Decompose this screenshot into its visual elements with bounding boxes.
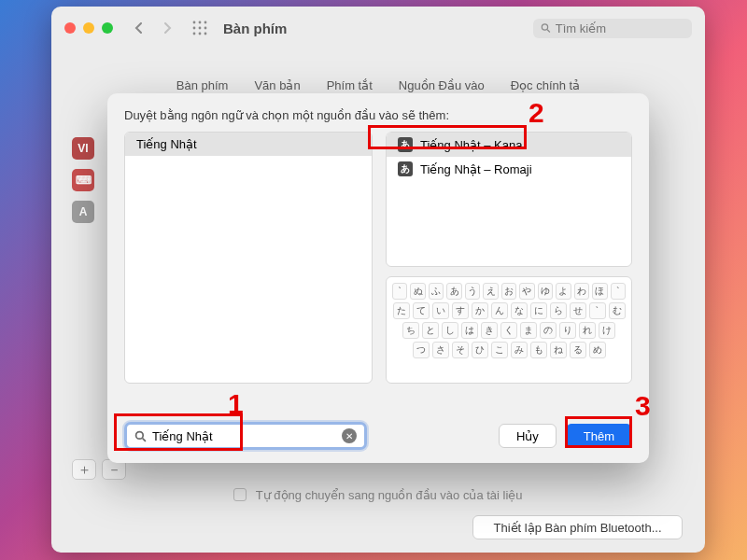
add-button[interactable]: Thêm xyxy=(566,424,632,448)
input-source-label: Tiếng Nhật – Romaji xyxy=(420,162,532,176)
key: ゆ xyxy=(538,283,553,300)
key: と xyxy=(422,322,439,339)
window-search-field[interactable] xyxy=(533,19,692,38)
key: な xyxy=(511,302,528,319)
close-window-button[interactable] xyxy=(64,22,76,34)
search-icon xyxy=(541,22,551,34)
keyboard-row: つさそひこみもねるめ xyxy=(392,342,626,358)
tab-nguồn-đầu-vào[interactable]: Nguồn Đầu vào xyxy=(388,76,496,95)
key: ふ xyxy=(429,283,444,300)
key: か xyxy=(472,302,488,319)
svg-point-8 xyxy=(204,33,207,35)
search-icon xyxy=(134,430,147,442)
key: ` xyxy=(611,283,626,300)
language-list[interactable]: Tiếng Nhật xyxy=(124,132,373,384)
key: ぬ xyxy=(410,283,425,300)
svg-line-10 xyxy=(547,30,550,33)
add-input-source-sheet: Duyệt bằng ngôn ngữ và chọn một nguồn đầ… xyxy=(107,93,649,463)
key: よ xyxy=(556,283,571,300)
key: て xyxy=(413,302,430,319)
key: つ xyxy=(413,342,430,358)
key: に xyxy=(530,302,547,319)
svg-point-4 xyxy=(199,27,202,30)
svg-line-12 xyxy=(143,438,146,441)
minimize-window-button[interactable] xyxy=(83,22,94,34)
keyboard-row: `ぬふあうえおやゆよわほ` xyxy=(392,283,626,300)
input-source-list[interactable]: あTiếng Nhật – KanaあTiếng Nhật – Romaji xyxy=(386,132,632,267)
svg-point-1 xyxy=(199,21,202,24)
key: う xyxy=(465,283,480,300)
key: け xyxy=(599,322,615,339)
tab-văn-bản[interactable]: Văn bản xyxy=(243,76,311,95)
forward-button[interactable] xyxy=(156,18,178,38)
japanese-icon: あ xyxy=(398,137,413,152)
svg-point-6 xyxy=(193,33,196,35)
key: め xyxy=(589,342,606,358)
language-item[interactable]: Tiếng Nhật xyxy=(125,133,372,156)
key: し xyxy=(442,322,458,339)
tab-phím-tắt[interactable]: Phím tắt xyxy=(316,76,384,95)
key: は xyxy=(461,322,478,339)
svg-point-7 xyxy=(199,33,202,35)
key: さ xyxy=(432,342,449,358)
side-icon: ⌨ xyxy=(72,169,94,191)
key: む xyxy=(609,302,626,319)
key: わ xyxy=(574,283,589,300)
key: ` xyxy=(589,302,606,319)
key: や xyxy=(519,283,534,300)
key: も xyxy=(530,342,547,358)
key: せ xyxy=(570,302,586,319)
traffic-lights xyxy=(64,22,113,34)
keyboard-row: たていすかんなにらせ`む xyxy=(392,302,626,319)
auto-switch-label: Tự động chuyển sang nguồn đầu vào của tà… xyxy=(51,488,705,502)
sheet-search-field[interactable]: ✕ xyxy=(124,422,367,450)
bluetooth-keyboard-button[interactable]: Thiết lập Bàn phím Bluetooth... xyxy=(472,515,683,539)
grid-icon[interactable] xyxy=(191,20,208,36)
cancel-button[interactable]: Hủy xyxy=(499,424,557,448)
key: ほ xyxy=(592,283,607,300)
key: す xyxy=(452,302,469,319)
key: る xyxy=(570,342,586,358)
back-button[interactable] xyxy=(128,18,150,38)
clear-icon[interactable]: ✕ xyxy=(342,428,357,443)
zoom-window-button[interactable] xyxy=(102,22,113,34)
key: ひ xyxy=(472,342,488,358)
svg-point-11 xyxy=(136,431,144,439)
key: た xyxy=(393,302,410,319)
key: あ xyxy=(446,283,461,300)
input-source-item[interactable]: あTiếng Nhật – Kana xyxy=(387,133,631,157)
nav-buttons xyxy=(128,18,178,38)
key: ん xyxy=(491,302,508,319)
key: み xyxy=(511,342,528,358)
svg-point-0 xyxy=(193,21,196,24)
svg-point-2 xyxy=(204,21,207,24)
titlebar: Bàn phím xyxy=(51,7,705,49)
key: ち xyxy=(402,322,419,339)
input-source-item[interactable]: あTiếng Nhật – Romaji xyxy=(387,157,631,181)
sheet-message: Duyệt bằng ngôn ngữ và chọn một nguồn đầ… xyxy=(124,108,632,122)
input-source-label: Tiếng Nhật – Kana xyxy=(420,138,522,152)
add-source-button[interactable]: ＋ xyxy=(72,459,96,480)
tabs: Bàn phímVăn bảnPhím tắtNguồn Đầu vàoĐọc … xyxy=(68,76,688,95)
window-title: Bàn phím xyxy=(223,21,287,36)
sheet-search-input[interactable] xyxy=(152,429,336,443)
auto-switch-checkbox[interactable] xyxy=(233,488,247,501)
key: え xyxy=(483,283,498,300)
key: こ xyxy=(491,342,508,358)
svg-point-9 xyxy=(542,24,547,30)
key: ま xyxy=(520,322,537,339)
key: い xyxy=(432,302,449,319)
key: ら xyxy=(550,302,567,319)
side-icon: A xyxy=(72,201,94,223)
window-search-input[interactable] xyxy=(556,21,684,35)
svg-point-5 xyxy=(204,27,207,30)
svg-point-3 xyxy=(193,27,196,30)
input-source-side-icons: VI ⌨ A xyxy=(72,137,94,223)
key: き xyxy=(481,322,498,339)
keyboard-preview: `ぬふあうえおやゆよわほ`たていすかんなにらせ`むちとしはきくまのりれけつさそひ… xyxy=(386,276,632,384)
key: お xyxy=(501,283,516,300)
key: そ xyxy=(452,342,469,358)
key: り xyxy=(559,322,576,339)
tab-bàn-phím[interactable]: Bàn phím xyxy=(165,76,240,95)
tab-đọc-chính-tả[interactable]: Đọc chính tả xyxy=(500,76,592,95)
